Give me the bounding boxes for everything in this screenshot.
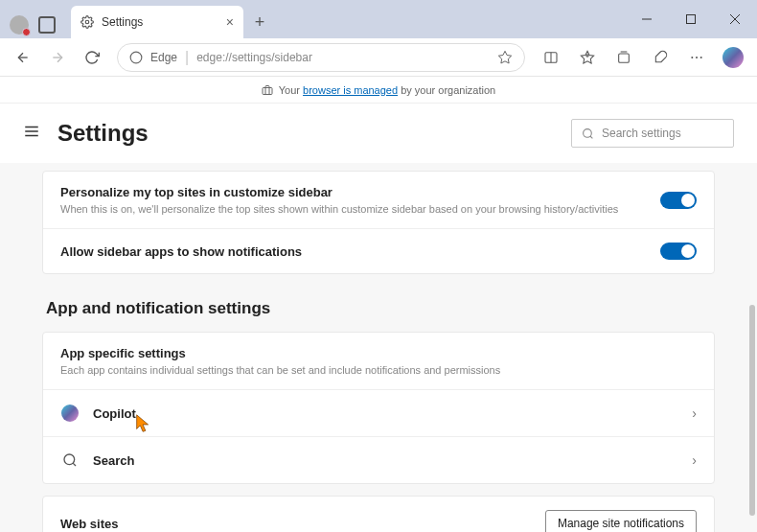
svg-point-16 bbox=[691, 57, 693, 58]
scrollbar[interactable] bbox=[749, 104, 755, 526]
svg-line-24 bbox=[590, 136, 592, 138]
search-placeholder: Search settings bbox=[602, 127, 681, 140]
browser-toolbar: Edge | edge://settings/sidebar bbox=[0, 38, 757, 77]
search-settings-input[interactable]: Search settings bbox=[571, 119, 734, 148]
refresh-button[interactable] bbox=[77, 42, 107, 73]
svg-point-17 bbox=[696, 57, 698, 58]
address-path: edge://settings/sidebar bbox=[196, 51, 490, 64]
workspaces-icon[interactable] bbox=[38, 16, 56, 34]
svg-point-18 bbox=[700, 57, 702, 58]
allow-notifications-row: Allow sidebar apps to show notifications bbox=[43, 228, 714, 273]
settings-content: Personalize my top sites in customize si… bbox=[0, 163, 757, 532]
notifications-toggle[interactable] bbox=[660, 243, 697, 260]
app-specific-header: App specific settings Each app contains … bbox=[43, 333, 714, 389]
svg-point-7 bbox=[130, 52, 142, 63]
favorites-icon[interactable] bbox=[571, 42, 604, 73]
tab-close-button[interactable]: × bbox=[226, 14, 234, 30]
hamburger-menu-button[interactable] bbox=[23, 123, 42, 144]
sidebar-toggle-card: Personalize my top sites in customize si… bbox=[42, 171, 715, 274]
profile-avatar[interactable] bbox=[10, 15, 29, 35]
app-row-copilot[interactable]: Copilot › bbox=[43, 389, 714, 436]
personalize-top-sites-row: Personalize my top sites in customize si… bbox=[43, 172, 714, 228]
edge-logo-icon bbox=[129, 51, 143, 64]
personalize-desc: When this is on, we'll personalize the t… bbox=[60, 203, 660, 215]
search-icon bbox=[582, 127, 594, 140]
tab-title: Settings bbox=[102, 15, 218, 29]
app-specific-desc: Each app contains individual settings th… bbox=[60, 364, 697, 376]
settings-header: Settings Search settings bbox=[0, 104, 757, 163]
svg-rect-14 bbox=[619, 54, 630, 62]
svg-rect-2 bbox=[687, 15, 696, 24]
svg-point-0 bbox=[85, 20, 89, 24]
briefcase-icon bbox=[262, 84, 273, 96]
section-heading: App and notification settings bbox=[46, 299, 715, 318]
new-tab-button[interactable]: + bbox=[243, 6, 276, 38]
search-app-icon bbox=[60, 451, 80, 470]
copilot-label: Copilot bbox=[93, 406, 678, 421]
window-titlebar: Settings × + bbox=[0, 0, 757, 38]
managed-suffix: by your organization bbox=[398, 84, 495, 96]
personalize-title: Personalize my top sites in customize si… bbox=[60, 185, 660, 199]
copilot-sidebar-button[interactable] bbox=[717, 42, 749, 73]
notifications-title: Allow sidebar apps to show notifications bbox=[60, 244, 660, 259]
copilot-icon bbox=[60, 404, 80, 423]
chevron-right-icon: › bbox=[692, 405, 697, 421]
app-specific-title: App specific settings bbox=[60, 346, 697, 360]
web-sites-label: Web sites bbox=[60, 517, 545, 531]
address-prefix: Edge bbox=[150, 51, 177, 64]
browser-tab-settings[interactable]: Settings × bbox=[71, 6, 243, 38]
address-bar[interactable]: Edge | edge://settings/sidebar bbox=[117, 43, 525, 72]
scroll-thumb[interactable] bbox=[749, 305, 755, 516]
svg-point-25 bbox=[64, 454, 75, 465]
web-sites-card: Web sites Manage site notifications bbox=[42, 496, 715, 532]
managed-prefix: Your bbox=[279, 84, 303, 96]
star-icon[interactable] bbox=[497, 50, 513, 65]
split-screen-icon[interactable] bbox=[535, 42, 567, 73]
search-label: Search bbox=[93, 453, 678, 468]
managed-banner: Your browser is managed by your organiza… bbox=[0, 77, 757, 104]
window-minimize-button[interactable] bbox=[625, 0, 669, 38]
manage-notifications-button[interactable]: Manage site notifications bbox=[545, 510, 697, 532]
svg-line-26 bbox=[73, 463, 76, 466]
app-specific-card: App specific settings Each app contains … bbox=[42, 332, 715, 484]
svg-point-23 bbox=[584, 128, 592, 137]
managed-link[interactable]: browser is managed bbox=[303, 84, 398, 96]
gear-icon bbox=[80, 15, 94, 29]
forward-button[interactable] bbox=[42, 42, 73, 73]
window-maximize-button[interactable] bbox=[669, 0, 713, 38]
page-title: Settings bbox=[57, 120, 149, 147]
personalize-toggle[interactable] bbox=[660, 192, 697, 209]
extensions-icon[interactable] bbox=[644, 42, 677, 73]
window-close-button[interactable] bbox=[713, 0, 757, 38]
svg-marker-8 bbox=[498, 51, 511, 63]
app-row-search[interactable]: Search › bbox=[43, 436, 714, 483]
back-button[interactable] bbox=[8, 42, 38, 73]
chevron-right-icon: › bbox=[692, 452, 697, 468]
more-menu-button[interactable] bbox=[680, 42, 713, 73]
collections-icon[interactable] bbox=[608, 42, 640, 73]
svg-rect-19 bbox=[263, 87, 272, 94]
cursor-pointer-icon bbox=[133, 413, 154, 434]
